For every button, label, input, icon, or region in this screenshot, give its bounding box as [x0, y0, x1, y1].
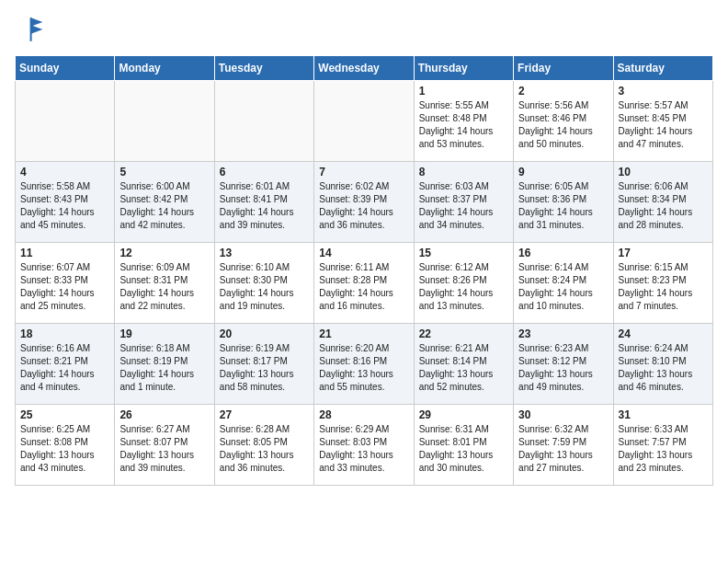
- day-content: Sunrise: 6:12 AM Sunset: 8:26 PM Dayligh…: [419, 261, 508, 313]
- calendar-week-4: 25Sunrise: 6:25 AM Sunset: 8:08 PM Dayli…: [16, 405, 713, 486]
- calendar-cell: 21Sunrise: 6:20 AM Sunset: 8:16 PM Dayli…: [314, 324, 414, 405]
- calendar-cell: 19Sunrise: 6:18 AM Sunset: 8:19 PM Dayli…: [115, 324, 214, 405]
- page-header: [15, 15, 713, 44]
- day-content: Sunrise: 5:56 AM Sunset: 8:46 PM Dayligh…: [518, 99, 608, 151]
- calendar-cell: 20Sunrise: 6:19 AM Sunset: 8:17 PM Dayli…: [214, 324, 313, 405]
- calendar-cell: 1Sunrise: 5:55 AM Sunset: 8:48 PM Daylig…: [414, 81, 513, 162]
- day-content: Sunrise: 6:06 AM Sunset: 8:34 PM Dayligh…: [619, 180, 708, 232]
- day-number: 22: [419, 327, 508, 340]
- day-content: Sunrise: 6:33 AM Sunset: 7:57 PM Dayligh…: [619, 423, 708, 475]
- day-number: 11: [20, 247, 109, 259]
- day-content: Sunrise: 5:55 AM Sunset: 8:48 PM Dayligh…: [419, 99, 508, 151]
- day-number: 10: [619, 166, 708, 178]
- calendar-cell: 11Sunrise: 6:07 AM Sunset: 8:33 PM Dayli…: [16, 243, 115, 324]
- day-content: Sunrise: 6:21 AM Sunset: 8:14 PM Dayligh…: [419, 342, 508, 394]
- day-number: 3: [619, 85, 708, 98]
- day-number: 12: [119, 247, 209, 259]
- day-content: Sunrise: 6:15 AM Sunset: 8:23 PM Dayligh…: [619, 261, 708, 313]
- calendar-week-0: 1Sunrise: 5:55 AM Sunset: 8:48 PM Daylig…: [16, 81, 713, 162]
- day-content: Sunrise: 6:03 AM Sunset: 8:37 PM Dayligh…: [419, 180, 508, 232]
- day-number: 17: [619, 247, 708, 259]
- calendar-cell: 30Sunrise: 6:32 AM Sunset: 7:59 PM Dayli…: [514, 405, 613, 486]
- weekday-header-sunday: Sunday: [16, 56, 115, 81]
- calendar-table: SundayMondayTuesdayWednesdayThursdayFrid…: [15, 55, 713, 486]
- day-content: Sunrise: 6:07 AM Sunset: 8:33 PM Dayligh…: [20, 261, 109, 313]
- day-content: Sunrise: 6:24 AM Sunset: 8:10 PM Dayligh…: [619, 342, 708, 394]
- day-content: Sunrise: 6:23 AM Sunset: 8:12 PM Dayligh…: [518, 342, 608, 394]
- day-number: 5: [119, 166, 209, 178]
- day-content: Sunrise: 6:00 AM Sunset: 8:42 PM Dayligh…: [119, 180, 209, 232]
- calendar-cell: 13Sunrise: 6:10 AM Sunset: 8:30 PM Dayli…: [214, 243, 313, 324]
- day-content: Sunrise: 6:27 AM Sunset: 8:07 PM Dayligh…: [119, 423, 209, 475]
- weekday-header-row: SundayMondayTuesdayWednesdayThursdayFrid…: [16, 56, 713, 81]
- calendar-header: SundayMondayTuesdayWednesdayThursdayFrid…: [16, 56, 713, 81]
- calendar-cell: 22Sunrise: 6:21 AM Sunset: 8:14 PM Dayli…: [414, 324, 513, 405]
- day-content: Sunrise: 6:18 AM Sunset: 8:19 PM Dayligh…: [119, 342, 209, 394]
- calendar-cell: 14Sunrise: 6:11 AM Sunset: 8:28 PM Dayli…: [314, 243, 414, 324]
- day-number: 13: [220, 247, 309, 259]
- weekday-header-tuesday: Tuesday: [214, 56, 313, 81]
- day-content: Sunrise: 6:14 AM Sunset: 8:24 PM Dayligh…: [518, 261, 608, 313]
- day-number: 29: [419, 408, 508, 421]
- day-content: Sunrise: 6:29 AM Sunset: 8:03 PM Dayligh…: [319, 423, 408, 475]
- day-number: 15: [419, 247, 508, 259]
- day-number: 19: [119, 327, 209, 340]
- calendar-body: 1Sunrise: 5:55 AM Sunset: 8:48 PM Daylig…: [16, 81, 713, 486]
- calendar-cell: 12Sunrise: 6:09 AM Sunset: 8:31 PM Dayli…: [115, 243, 214, 324]
- calendar-cell: 15Sunrise: 6:12 AM Sunset: 8:26 PM Dayli…: [414, 243, 513, 324]
- day-number: 7: [319, 166, 408, 178]
- calendar-cell: 18Sunrise: 6:16 AM Sunset: 8:21 PM Dayli…: [16, 324, 115, 405]
- day-content: Sunrise: 6:05 AM Sunset: 8:36 PM Dayligh…: [518, 180, 608, 232]
- day-number: 4: [20, 166, 109, 178]
- day-content: Sunrise: 6:01 AM Sunset: 8:41 PM Dayligh…: [220, 180, 309, 232]
- day-number: 30: [518, 408, 608, 421]
- calendar-cell: 26Sunrise: 6:27 AM Sunset: 8:07 PM Dayli…: [115, 405, 214, 486]
- day-number: 16: [518, 247, 608, 259]
- day-number: 24: [619, 327, 708, 340]
- day-content: Sunrise: 6:11 AM Sunset: 8:28 PM Dayligh…: [319, 261, 408, 313]
- day-content: Sunrise: 6:31 AM Sunset: 8:01 PM Dayligh…: [419, 423, 508, 475]
- calendar-cell: 7Sunrise: 6:02 AM Sunset: 8:39 PM Daylig…: [314, 162, 414, 243]
- day-number: 6: [220, 166, 309, 178]
- day-number: 26: [119, 408, 209, 421]
- day-number: 27: [220, 408, 309, 421]
- day-number: 14: [319, 247, 408, 259]
- day-content: Sunrise: 5:57 AM Sunset: 8:45 PM Dayligh…: [619, 99, 708, 151]
- calendar-cell: 8Sunrise: 6:03 AM Sunset: 8:37 PM Daylig…: [414, 162, 513, 243]
- day-number: 2: [518, 85, 608, 98]
- calendar-cell: 5Sunrise: 6:00 AM Sunset: 8:42 PM Daylig…: [115, 162, 214, 243]
- weekday-header-monday: Monday: [115, 56, 214, 81]
- calendar-cell: 24Sunrise: 6:24 AM Sunset: 8:10 PM Dayli…: [613, 324, 712, 405]
- calendar-cell: [115, 81, 214, 162]
- day-content: Sunrise: 6:28 AM Sunset: 8:05 PM Dayligh…: [220, 423, 309, 475]
- day-number: 18: [20, 327, 109, 340]
- calendar-cell: 2Sunrise: 5:56 AM Sunset: 8:46 PM Daylig…: [514, 81, 613, 162]
- day-content: Sunrise: 6:19 AM Sunset: 8:17 PM Dayligh…: [220, 342, 309, 394]
- calendar-cell: 25Sunrise: 6:25 AM Sunset: 8:08 PM Dayli…: [16, 405, 115, 486]
- logo-icon: [15, 15, 44, 44]
- day-number: 9: [518, 166, 608, 178]
- day-content: Sunrise: 6:10 AM Sunset: 8:30 PM Dayligh…: [220, 261, 309, 313]
- day-number: 1: [419, 85, 508, 98]
- weekday-header-friday: Friday: [514, 56, 613, 81]
- day-number: 31: [619, 408, 708, 421]
- calendar-cell: 27Sunrise: 6:28 AM Sunset: 8:05 PM Dayli…: [214, 405, 313, 486]
- calendar-cell: 16Sunrise: 6:14 AM Sunset: 8:24 PM Dayli…: [514, 243, 613, 324]
- day-content: Sunrise: 6:32 AM Sunset: 7:59 PM Dayligh…: [518, 423, 608, 475]
- calendar-cell: [214, 81, 313, 162]
- day-number: 25: [20, 408, 109, 421]
- calendar-cell: 4Sunrise: 5:58 AM Sunset: 8:43 PM Daylig…: [16, 162, 115, 243]
- day-content: Sunrise: 6:09 AM Sunset: 8:31 PM Dayligh…: [119, 261, 209, 313]
- calendar-cell: 6Sunrise: 6:01 AM Sunset: 8:41 PM Daylig…: [214, 162, 313, 243]
- calendar-week-2: 11Sunrise: 6:07 AM Sunset: 8:33 PM Dayli…: [16, 243, 713, 324]
- calendar-cell: 23Sunrise: 6:23 AM Sunset: 8:12 PM Dayli…: [514, 324, 613, 405]
- day-number: 23: [518, 327, 608, 340]
- day-number: 8: [419, 166, 508, 178]
- calendar-cell: 10Sunrise: 6:06 AM Sunset: 8:34 PM Dayli…: [613, 162, 712, 243]
- day-number: 20: [220, 327, 309, 340]
- calendar-cell: 3Sunrise: 5:57 AM Sunset: 8:45 PM Daylig…: [613, 81, 712, 162]
- calendar-cell: [314, 81, 414, 162]
- calendar-cell: 17Sunrise: 6:15 AM Sunset: 8:23 PM Dayli…: [613, 243, 712, 324]
- day-content: Sunrise: 6:16 AM Sunset: 8:21 PM Dayligh…: [20, 342, 109, 394]
- logo: [15, 15, 48, 44]
